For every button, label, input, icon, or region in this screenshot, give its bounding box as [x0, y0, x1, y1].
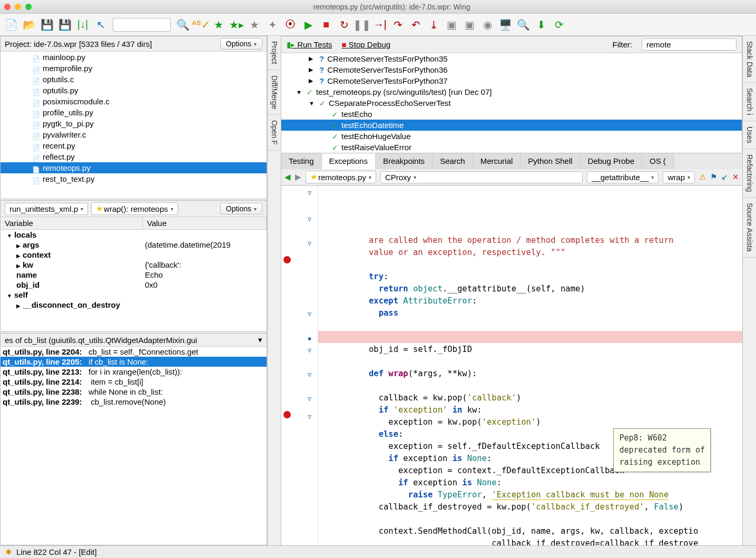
project-file[interactable]: posixmiscmodule.c: [1, 96, 267, 107]
test-row[interactable]: testRaiseValueError: [281, 142, 742, 153]
project-file[interactable]: rest_to_text.py: [1, 173, 267, 184]
debug-run-icon[interactable]: ▶: [302, 19, 314, 31]
panel-tab[interactable]: Search: [433, 153, 473, 169]
project-file[interactable]: optutils.c: [1, 74, 267, 85]
breakpoint-icon[interactable]: ◉: [482, 19, 493, 31]
minimize-icon[interactable]: [15, 4, 21, 10]
stop-debug-button[interactable]: ■ Stop Debug: [342, 40, 390, 49]
project-file[interactable]: remoteops.py: [1, 162, 267, 173]
bookmark-prev-icon[interactable]: ★: [249, 19, 260, 31]
test-row[interactable]: testEcho: [281, 109, 742, 120]
frame-down-icon[interactable]: ▣: [464, 19, 475, 31]
debug-restart-icon[interactable]: ↻: [338, 19, 350, 31]
code-editor[interactable]: ▽ ▽ ▽ ▽ ◆ ▽ ▽ ▽ ▽ are called when the op…: [281, 185, 742, 545]
bookmark-flag-icon[interactable]: ⚑: [710, 172, 717, 182]
expand-icon[interactable]: ▶: [309, 77, 316, 84]
uses-row[interactable]: qt_utils.py, line 2238: while None in cb…: [1, 387, 267, 397]
frame-up-icon[interactable]: ▣: [446, 19, 457, 31]
panel-tab[interactable]: Mercurial: [473, 153, 521, 169]
bottom-tabs[interactable]: TestingExceptionsBreakpointsSearchMercur…: [281, 153, 742, 169]
project-file[interactable]: optutils.py: [1, 85, 267, 96]
test-row[interactable]: ▶CRemoteServerTestsForPython35: [281, 53, 742, 64]
monitor-icon[interactable]: 🖥️: [499, 19, 511, 31]
project-tree[interactable]: mainloop.pymemprofile.pyoptutils.coptuti…: [1, 52, 267, 199]
close-editor-icon[interactable]: ✕: [732, 172, 739, 182]
step-out-icon[interactable]: ↶: [410, 19, 421, 31]
side-tab[interactable]: Open F: [268, 115, 281, 151]
fold-gutter[interactable]: ▽ ▽ ▽ ▽ ◆ ▽ ▽ ▽ ▽: [308, 186, 319, 545]
left-side-tabs[interactable]: ProjectDiff/MergeOpen F: [268, 36, 281, 545]
stack-file-combo[interactable]: run_unittests_xml.p: [5, 203, 88, 215]
status-bug-icon[interactable]: ✸: [5, 547, 12, 557]
panel-tab[interactable]: Testing: [281, 153, 322, 169]
uses-row[interactable]: qt_utils.py, line 2239: cb_list.remove(N…: [1, 397, 267, 407]
stack-variable-row[interactable]: args(datetime.datetime(2019: [1, 240, 267, 250]
expand-icon[interactable]: ▶: [309, 55, 316, 62]
stack-scope-combo[interactable]: ★ wrap(): remoteops: [91, 202, 178, 215]
panel-tab[interactable]: Python Shell: [521, 153, 580, 169]
expand-icon[interactable]: [321, 144, 329, 151]
bookmark-next-icon[interactable]: ★▸: [231, 19, 242, 31]
bookmark-clear-icon[interactable]: ✦: [267, 19, 278, 31]
project-file[interactable]: pyvalwriter.c: [1, 129, 267, 140]
expand-icon[interactable]: ▶: [309, 66, 316, 73]
indent-icon[interactable]: |↓|: [77, 19, 89, 31]
toolbar-search-input[interactable]: [113, 18, 171, 32]
project-file[interactable]: reflect.py: [1, 151, 267, 162]
record-icon[interactable]: ⦿: [284, 19, 296, 31]
search-next-icon[interactable]: 🔍: [177, 19, 189, 31]
test-row[interactable]: ▶CRemoteServerTestsForPython36: [281, 64, 742, 75]
panel-tab[interactable]: Debug Probe: [581, 153, 642, 169]
new-file-icon[interactable]: 📄: [5, 19, 17, 31]
project-file[interactable]: pygtk_to_pi.py: [1, 118, 267, 129]
uses-rows[interactable]: qt_utils.py, line 2204: cb_list = self._…: [1, 347, 267, 545]
step-over-icon[interactable]: ↷: [392, 19, 404, 31]
debug-stop-icon[interactable]: ■: [320, 19, 332, 31]
test-row[interactable]: testEchoDatetime: [281, 120, 742, 131]
download-icon[interactable]: ⬇: [535, 19, 547, 31]
stack-variable-row[interactable]: kw{'callback':: [1, 260, 267, 270]
breakpoint-marker[interactable]: [283, 256, 291, 263]
filter-input[interactable]: [642, 38, 737, 51]
step-into-icon[interactable]: →|: [374, 19, 386, 31]
stack-variable-row[interactable]: __disconnect_on_destroy: [1, 300, 267, 310]
save-all-icon[interactable]: 💾: [59, 19, 71, 31]
expand-icon[interactable]: [321, 133, 329, 140]
uses-row[interactable]: qt_utils.py, line 2204: cb_list = self._…: [1, 347, 267, 357]
expand-icon[interactable]: ▼: [309, 100, 316, 106]
test-row[interactable]: testEchoHugeValue: [281, 131, 742, 142]
debug-pause-icon[interactable]: ❚❚: [356, 19, 368, 31]
stack-variable-row[interactable]: locals: [1, 230, 267, 240]
test-tree[interactable]: ▶CRemoteServerTestsForPython35▶CRemoteSe…: [281, 53, 742, 153]
run-to-cursor-icon[interactable]: ⤓: [428, 19, 439, 31]
editor-file-combo[interactable]: ★ remoteops.py: [306, 171, 376, 183]
side-tab[interactable]: Source Assista: [743, 198, 756, 258]
uses-menu-icon[interactable]: ▾: [258, 335, 262, 345]
bookmark-icon[interactable]: ★: [213, 19, 224, 31]
test-row[interactable]: ▼CSeparateProcessEchoServerTest: [281, 97, 742, 109]
side-tab[interactable]: Refactoring: [743, 149, 756, 198]
editor-method-combo[interactable]: __getattribute__: [587, 171, 659, 183]
goto-icon[interactable]: ↖: [95, 19, 106, 31]
project-file[interactable]: profile_utils.py: [1, 107, 267, 118]
side-tab[interactable]: Diff/Merge: [268, 70, 281, 115]
stack-variable-row[interactable]: self: [1, 290, 267, 300]
uses-row[interactable]: qt_utils.py, line 2214: item = cb_list[i…: [1, 377, 267, 387]
stack-variable-row[interactable]: nameEcho: [1, 270, 267, 280]
side-tab[interactable]: Project: [268, 36, 281, 70]
test-row[interactable]: ▼test_remoteops.py (src/wingutils/test) …: [281, 86, 742, 97]
search-tool-icon[interactable]: 🔍: [517, 19, 529, 31]
col-value[interactable]: Value: [143, 217, 267, 229]
panel-tab[interactable]: Breakpoints: [376, 153, 433, 169]
breakpoint-marker[interactable]: [283, 411, 291, 418]
project-file[interactable]: memprofile.py: [1, 63, 267, 74]
stack-rows[interactable]: localsargs(datetime.datetime(2019context…: [1, 230, 267, 331]
save-icon[interactable]: 💾: [41, 19, 53, 31]
stack-options-button[interactable]: Options: [220, 203, 262, 214]
editor-inner-combo[interactable]: wrap: [663, 171, 695, 183]
expand-icon[interactable]: [321, 122, 329, 129]
side-tab[interactable]: Uses: [743, 121, 756, 149]
col-variable[interactable]: Variable: [1, 217, 143, 229]
panel-tab[interactable]: OS (: [642, 153, 674, 169]
nav-forward-icon[interactable]: ▶: [295, 172, 301, 182]
